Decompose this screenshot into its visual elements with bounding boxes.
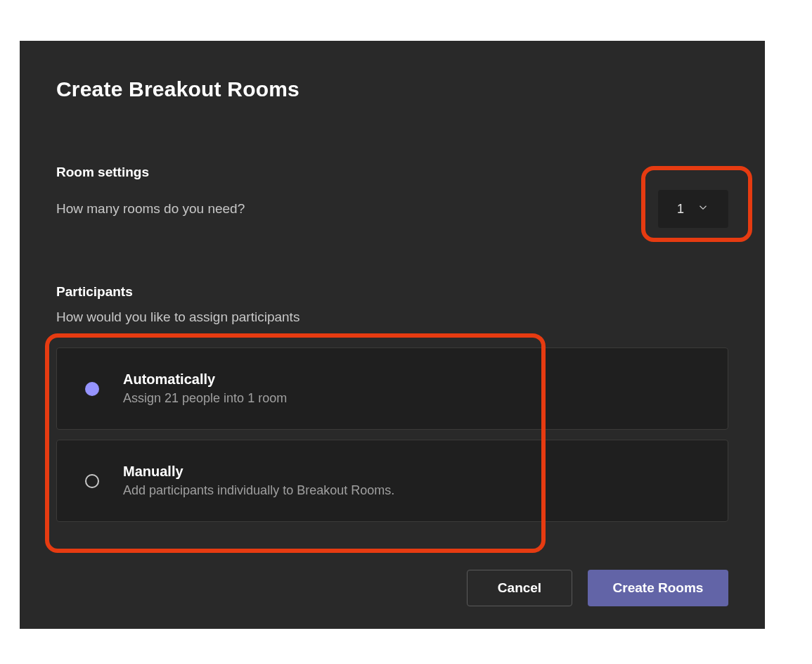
room-settings-row: How many rooms do you need? 1: [56, 190, 728, 228]
create-rooms-button[interactable]: Create Rooms: [588, 570, 728, 606]
dialog-footer: Cancel Create Rooms: [467, 570, 728, 606]
participants-question: How would you like to assign participant…: [56, 309, 728, 325]
chevron-down-icon: [697, 201, 709, 217]
radio-selected-icon: [85, 382, 99, 396]
room-settings-section: Room settings How many rooms do you need…: [56, 165, 728, 228]
room-count-select[interactable]: 1: [658, 190, 728, 228]
option-text: Manually Add participants individually t…: [123, 461, 394, 500]
option-text: Automatically Assign 21 people into 1 ro…: [123, 369, 287, 408]
option-title: Manually: [123, 461, 394, 481]
breakout-rooms-dialog: Create Breakout Rooms Room settings How …: [20, 41, 765, 629]
option-title: Automatically: [123, 369, 287, 389]
assign-option-manually[interactable]: Manually Add participants individually t…: [56, 440, 728, 522]
room-count-question: How many rooms do you need?: [56, 201, 245, 217]
radio-unselected-icon: [85, 474, 99, 488]
room-count-value: 1: [677, 202, 684, 217]
option-subtitle: Add participants individually to Breakou…: [123, 481, 394, 500]
room-settings-heading: Room settings: [56, 165, 728, 180]
assign-option-automatically[interactable]: Automatically Assign 21 people into 1 ro…: [56, 347, 728, 430]
participants-heading: Participants: [56, 284, 728, 300]
participants-section: Participants How would you like to assig…: [56, 284, 728, 522]
cancel-button[interactable]: Cancel: [467, 570, 572, 606]
dialog-title: Create Breakout Rooms: [56, 77, 728, 101]
option-subtitle: Assign 21 people into 1 room: [123, 389, 287, 408]
